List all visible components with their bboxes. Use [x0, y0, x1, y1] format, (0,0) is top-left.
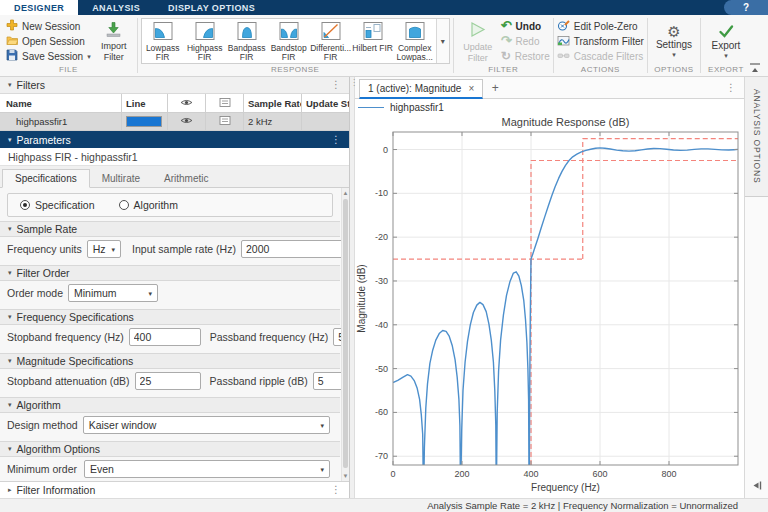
specification-radio[interactable]: Specification [20, 199, 95, 211]
undo-icon: ↶ [501, 20, 512, 32]
update-filter-button[interactable]: Update Filter [457, 20, 499, 63]
response-group: LowpassFIRHighpassFIRBandpassFIRBandstop… [138, 15, 453, 76]
algorithm-section-header[interactable]: ▾Algorithm [0, 397, 340, 413]
update-filter-icon [468, 20, 487, 41]
open-session-button[interactable]: Open Session [3, 34, 94, 49]
filters-table-header: Name Line Sample Rate Update Status [0, 94, 349, 113]
collapse-triangle-icon: ▾ [8, 225, 12, 233]
response-hilbert-button[interactable]: Hilbert FIR [352, 19, 394, 63]
transform-filter-button[interactable]: Transform Filter [557, 34, 644, 49]
settings-gear-icon: ⚙ [667, 24, 680, 39]
redo-label: Redo [516, 36, 540, 47]
magnitude-specs-section-header[interactable]: ▾Magnitude Specifications [0, 353, 340, 369]
options-group-label: OPTIONS [651, 65, 697, 76]
filters-menu-icon[interactable]: ⋮ [331, 80, 341, 90]
svg-text:0: 0 [383, 145, 388, 155]
cascade-filters-button[interactable]: Cascade Filters [557, 49, 644, 64]
filter-line-cell[interactable] [122, 113, 168, 130]
settings-button[interactable]: ⚙ Settings ▾ [651, 24, 697, 58]
svg-text:-40: -40 [375, 320, 388, 330]
stopband-frequency-field[interactable] [129, 328, 201, 346]
response-complex-button[interactable]: ComplexLowpas... [394, 19, 436, 63]
filter-visibility-cell[interactable] [168, 113, 206, 130]
scroll-up-icon[interactable]: ▲ [342, 190, 349, 196]
filter-name-cell: highpassfir1 [0, 113, 122, 130]
algorithm-options-section-header[interactable]: ▾Algorithm Options [0, 441, 340, 457]
tab-arithmetic[interactable]: Arithmetic [152, 170, 220, 187]
export-check-icon [718, 24, 734, 40]
redo-button[interactable]: ↷ Redo [501, 34, 550, 49]
collapse-ribbon-button[interactable] [748, 60, 762, 72]
restore-button[interactable]: ↻ Restore [501, 49, 550, 64]
scrollbar-thumb[interactable] [343, 199, 348, 468]
response-differentiator-button[interactable]: Differenti...FIR [310, 19, 352, 63]
stopband-attenuation-field[interactable] [135, 372, 201, 390]
response-lowpass-button[interactable]: LowpassFIR [142, 19, 184, 63]
column-name: Name [0, 94, 122, 113]
tab-multirate[interactable]: Multirate [90, 170, 152, 187]
collapse-triangle-icon: ▾ [8, 445, 12, 453]
response-bandpass-button[interactable]: BandpassFIR [226, 19, 268, 63]
scroll-down-icon[interactable]: ▼ [342, 473, 349, 479]
filter-specmask-cell[interactable] [206, 113, 244, 130]
frequency-specs-section-header[interactable]: ▾Frequency Specifications [0, 309, 340, 325]
filter-information-header[interactable]: ▸ Filter Information ⋮ [0, 481, 349, 498]
spec-mask-icon[interactable] [219, 115, 231, 128]
parameters-menu-icon[interactable]: ⋮ [331, 135, 341, 145]
import-filter-icon [105, 21, 122, 40]
response-gallery-dropdown[interactable]: ▾ [436, 19, 449, 63]
update-filter-label2: Filter [468, 53, 488, 63]
parameters-scrollbar[interactable]: ▲ ▼ [341, 188, 349, 481]
stopband-attenuation-label: Stopband attenuation (dB) [7, 375, 130, 387]
bandpass-response-icon [237, 21, 257, 44]
svg-text:Frequency (Hz): Frequency (Hz) [531, 482, 600, 493]
complex-response-icon [405, 21, 425, 44]
algorithm-radio[interactable]: Algorithm [119, 199, 178, 211]
tab-specifications[interactable]: Specifications [2, 169, 90, 188]
figure-tab-strip: 1 (active): Magnitude × + ⋮ [355, 77, 744, 99]
new-figure-tab-button[interactable]: + [483, 81, 507, 98]
tab-display-options[interactable]: DISPLAY OPTIONS [154, 0, 269, 15]
legend-label: highpassfir1 [390, 102, 444, 113]
restore-label: Restore [515, 51, 550, 62]
line-color-swatch[interactable] [126, 116, 162, 127]
response-bandstop-button[interactable]: BandstopFIR [268, 19, 310, 63]
input-sample-rate-field[interactable] [241, 240, 349, 258]
save-session-button[interactable]: Save Session ▾ [3, 49, 94, 64]
parameters-panel-header[interactable]: ▾ Parameters ⋮ [0, 131, 349, 148]
export-button[interactable]: Export ▾ [704, 24, 748, 59]
chart-canvas: 02004006008000-10-20-30-40-50-60-70Magni… [355, 115, 744, 498]
edit-pole-zero-button[interactable]: Edit Pole-Zero [557, 19, 644, 34]
close-tab-icon[interactable]: × [468, 83, 474, 94]
design-method-dropdown[interactable]: Kaiser window▾ [83, 416, 330, 434]
eye-icon[interactable] [180, 116, 193, 127]
hilbert-response-icon [363, 21, 383, 44]
filters-panel-header[interactable]: ▾ Filters ⋮ [0, 77, 349, 94]
help-button[interactable]: ? [724, 0, 768, 15]
analysis-options-tab[interactable]: ANALYSIS OPTIONS [745, 77, 768, 197]
filter-order-section-header[interactable]: ▾Filter Order [0, 265, 340, 281]
import-filter-button[interactable]: Import Filter [94, 21, 134, 62]
response-gallery: LowpassFIRHighpassFIRBandpassFIRBandstop… [141, 18, 450, 64]
frequency-units-dropdown[interactable]: Hz▾ [87, 240, 121, 258]
magnitude-figure-tab[interactable]: 1 (active): Magnitude × [359, 79, 483, 99]
figure-menu-icon[interactable]: ⋮ [726, 83, 736, 93]
sample-rate-row: Frequency units Hz▾ Input sample rate (H… [0, 237, 340, 261]
tab-designer[interactable]: DESIGNER [0, 0, 78, 15]
undo-button[interactable]: ↶ Undo [501, 19, 550, 34]
export-group: Export ▾ EXPORT [701, 15, 751, 76]
sample-rate-section-header[interactable]: ▾Sample Rate [0, 221, 340, 237]
expand-panel-button[interactable] [745, 477, 768, 495]
save-session-dropdown-icon[interactable]: ▾ [87, 53, 91, 60]
collapse-triangle-icon: ▾ [8, 136, 12, 144]
magnitude-specs-row: Stopband attenuation (dB) Passband rippl… [0, 369, 340, 393]
options-group: ⚙ Settings ▾ OPTIONS [648, 15, 700, 76]
order-mode-dropdown[interactable]: Minimum▾ [68, 284, 158, 302]
minimum-order-dropdown[interactable]: Even▾ [84, 460, 330, 478]
filter-sample-rate-cell: 2 kHz [244, 113, 302, 130]
filter-row-highpassfir1[interactable]: highpassfir1 2 kHz [0, 113, 349, 131]
filter-information-menu-icon[interactable]: ⋮ [331, 485, 341, 495]
tab-analysis[interactable]: ANALYSIS [78, 0, 154, 15]
response-highpass-button[interactable]: HighpassFIR [184, 19, 226, 63]
new-session-button[interactable]: New Session [3, 19, 94, 34]
